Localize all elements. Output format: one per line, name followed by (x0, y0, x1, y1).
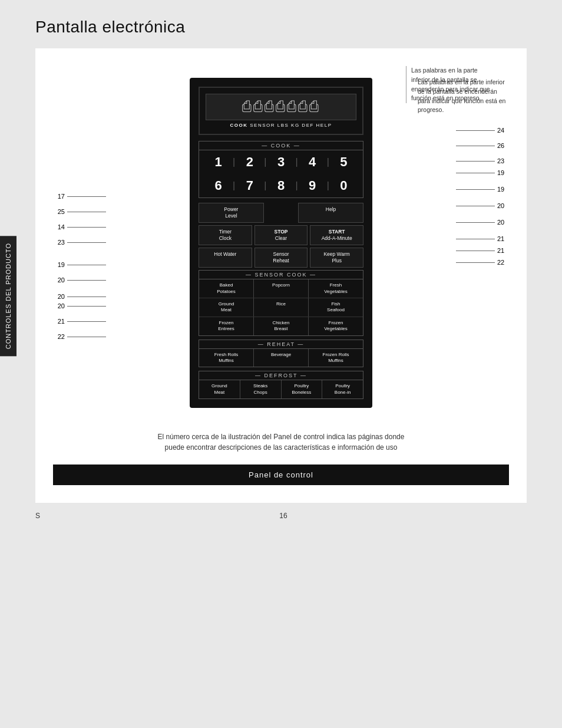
display-screen: ⎙⎙⎙⎙⎙⎙⎙ (206, 94, 356, 120)
annot-19-left: 19 (53, 261, 106, 268)
right-annotations: Las palabras en la parte inferior de la … (456, 78, 509, 266)
annot-14: 14 (53, 223, 106, 230)
annot-26: 26 (456, 142, 509, 149)
annot-17: 17 (53, 193, 106, 200)
fresh-vegetables-button[interactable]: FreshVegetables (309, 279, 363, 298)
hot-water-row: Hot Water Sensor Reheat Keep Warm Plus (199, 248, 363, 268)
annot-21-right2: 21 (456, 247, 509, 254)
bottom-text: El número cerca de la ilustración del Pa… (53, 431, 509, 453)
defrost-title: — DEFROST — (199, 371, 363, 380)
annot-20-left3: 20 (53, 302, 106, 309)
number-row-2: 6 | 7 | 8 | 9 | 0 (199, 174, 363, 197)
defrost-section: — DEFROST — GroundMeat SteaksChops Poult… (199, 371, 363, 399)
rice-button[interactable]: Rice (254, 298, 309, 317)
fish-seafood-button[interactable]: FishSeafood (309, 298, 363, 317)
key-9[interactable]: 9 (298, 177, 327, 195)
keep-warm-plus-button[interactable]: Keep Warm Plus (310, 248, 363, 268)
key-0[interactable]: 0 (329, 177, 358, 195)
annot-23-right: 23 (456, 157, 509, 164)
defrost-ground-meat-button[interactable]: GroundMeat (199, 380, 240, 398)
key-5[interactable]: 5 (329, 153, 358, 171)
annot-20-right1: 20 (456, 202, 509, 209)
full-diagram: 17 25 14 23 19 20 (53, 66, 509, 420)
key-3[interactable]: 3 (266, 153, 295, 171)
poultry-boneless-button[interactable]: PoultryBoneless (282, 380, 323, 398)
defrost-row-1: GroundMeat SteaksChops PoultryBoneless P… (199, 380, 363, 398)
sensor-cook-title: — SENSOR COOK — (199, 271, 363, 279)
steaks-chops-button[interactable]: SteaksChops (240, 380, 282, 398)
sensor-row-3: FrozenEntrees ChickenBreast FrozenVegeta… (199, 317, 363, 335)
annot-20-left2: 20 (53, 293, 106, 300)
key-4[interactable]: 4 (298, 153, 327, 171)
annot-20-right2: 20 (456, 219, 509, 226)
hot-water-button[interactable]: Hot Water (199, 248, 252, 268)
power-level-button[interactable]: Power Level (199, 203, 264, 223)
annot-21-left: 21 (53, 318, 106, 325)
frozen-entrees-button[interactable]: FrozenEntrees (199, 317, 254, 335)
baked-potatoes-button[interactable]: BakedPotatoes (199, 279, 254, 298)
key-6[interactable]: 6 (204, 177, 233, 195)
key-2[interactable]: 2 (235, 153, 264, 171)
annot-21-right1: 21 (456, 235, 509, 242)
key-1[interactable]: 1 (204, 153, 233, 171)
poultry-bone-in-button[interactable]: PoultryBone-in (322, 380, 363, 398)
fresh-rolls-button[interactable]: Fresh RollsMuffins (199, 349, 254, 367)
annot-25: 25 (53, 208, 106, 215)
frozen-rolls-button[interactable]: Frozen RollsMuffins (309, 349, 363, 367)
page-footer: S 16 (0, 503, 562, 529)
microwave-panel: ⎙⎙⎙⎙⎙⎙⎙ COOK SENSOR LBS KG DEF HELP — CO… (190, 78, 372, 408)
annot-19-right1: 19 (456, 169, 509, 176)
key-8[interactable]: 8 (266, 177, 295, 195)
page-title: Pantalla electrónica (0, 0, 562, 48)
cook-title: — COOK — (199, 141, 363, 150)
sensor-cook-section: — SENSOR COOK — BakedPotatoes Popcorn Fr… (199, 270, 363, 335)
annot-19-right2: 19 (456, 186, 509, 193)
chicken-breast-button[interactable]: ChickenBreast (254, 317, 309, 335)
reheat-row-1: Fresh RollsMuffins Beverage Frozen Rolls… (199, 349, 363, 367)
sensor-reheat-button[interactable]: Sensor Reheat (254, 248, 308, 268)
timer-stop-start-row: Timer Clock STOP Clear START Add-A-Minut… (199, 225, 363, 245)
help-button[interactable]: Help (298, 203, 363, 223)
side-tab: Controles del producto (0, 236, 16, 356)
annot-23-left: 23 (53, 239, 106, 246)
popcorn-button[interactable]: Popcorn (254, 279, 309, 298)
ground-meat-button[interactable]: GroundMeat (199, 298, 254, 317)
key-7[interactable]: 7 (235, 177, 264, 195)
panel-label-bar: Panel de control (53, 465, 509, 485)
reheat-section: — REHEAT — Fresh RollsMuffins Beverage F… (199, 340, 363, 368)
timer-clock-button[interactable]: Timer Clock (199, 225, 252, 245)
beverage-button[interactable]: Beverage (254, 349, 309, 367)
start-add-button[interactable]: START Add-A-Minute (310, 225, 363, 245)
frozen-vegetables-button[interactable]: FrozenVegetables (309, 317, 363, 335)
callout-right: Las palabras en la parte inferior de la … (418, 78, 509, 115)
cook-section: — COOK — 1 | 2 | 3 | 4 | 5 6 | 7 | (199, 141, 363, 198)
annot-24: 24 (456, 127, 509, 134)
sensor-row-2: GroundMeat Rice FishSeafood (199, 298, 363, 317)
stop-clear-button[interactable]: STOP Clear (254, 225, 308, 245)
sensor-row-1: BakedPotatoes Popcorn FreshVegetables (199, 279, 363, 298)
display-section: ⎙⎙⎙⎙⎙⎙⎙ COOK SENSOR LBS KG DEF HELP (199, 87, 363, 135)
left-annotations: 17 25 14 23 19 20 (53, 193, 106, 340)
main-content: Las palabras en la parte inferior de la … (35, 48, 527, 503)
reheat-title: — REHEAT — (199, 340, 363, 349)
footer-left: S (35, 512, 40, 520)
annot-22-right: 22 (456, 259, 509, 266)
annot-22-left: 22 (53, 333, 106, 340)
footer-center: 16 (279, 512, 287, 520)
annot-20-left1: 20 (53, 276, 106, 284)
display-labels: COOK SENSOR LBS KG DEF HELP (206, 123, 356, 128)
number-row-1: 1 | 2 | 3 | 4 | 5 (199, 150, 363, 174)
power-help-row: Power Level Help (199, 203, 363, 223)
